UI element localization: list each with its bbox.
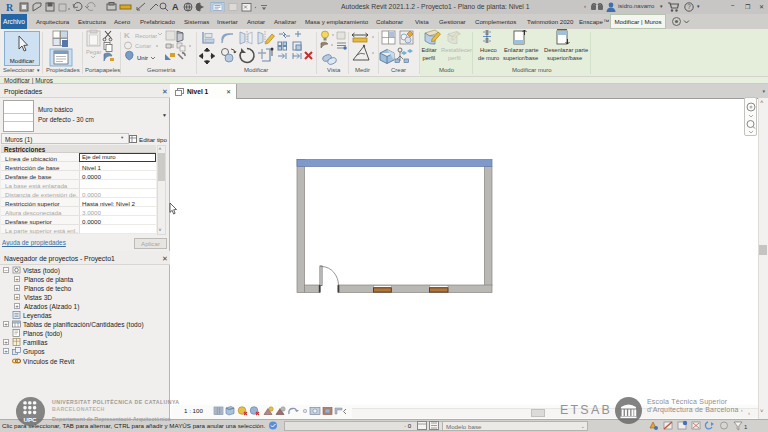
svg-text:Restablecer: Restablecer xyxy=(441,47,472,53)
svg-text:1: 1 xyxy=(744,424,748,430)
svg-text:R: R xyxy=(6,2,14,12)
svg-text:Recortar: Recortar xyxy=(135,33,157,39)
svg-text:Hueco: Hueco xyxy=(480,47,497,53)
svg-text:perfil: perfil xyxy=(448,55,461,61)
svg-text:K: K xyxy=(124,31,130,40)
svg-text:Pegar: Pegar xyxy=(86,49,102,55)
svg-text:?: ? xyxy=(687,3,691,10)
svg-text:Desenlazar parte: Desenlazar parte xyxy=(544,47,588,53)
svg-text:superior/base: superior/base xyxy=(547,55,582,61)
svg-text:Unir: Unir xyxy=(137,55,148,61)
svg-text:Editar: Editar xyxy=(422,47,437,53)
svg-text:perfil: perfil xyxy=(423,55,436,61)
svg-text:UPC: UPC xyxy=(24,415,38,422)
svg-text:A: A xyxy=(172,2,179,12)
svg-text:superior/base: superior/base xyxy=(503,55,538,61)
svg-text:Cortar: Cortar xyxy=(135,43,151,49)
svg-text:Enlazar parte: Enlazar parte xyxy=(504,47,538,53)
svg-text:de muro: de muro xyxy=(478,55,499,61)
